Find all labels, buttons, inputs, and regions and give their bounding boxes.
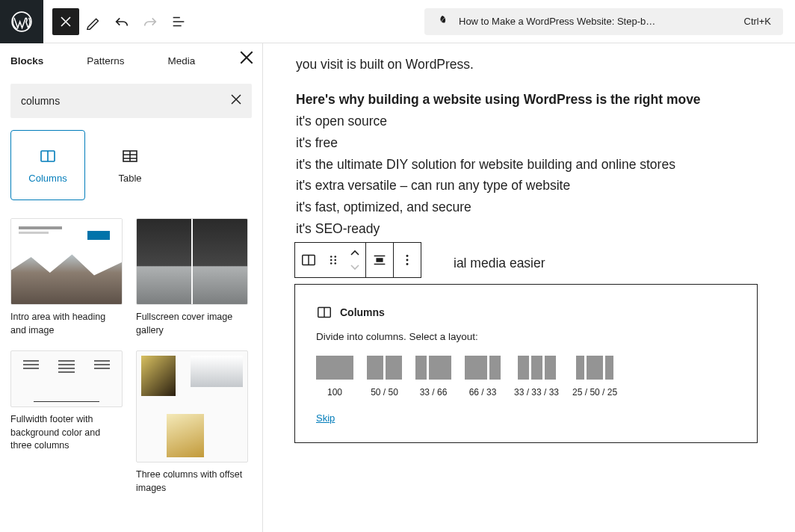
list-item[interactable]: it's fast, optimized, and secure [296, 197, 762, 218]
inserter-tabs: Blocks Patterns Media [0, 43, 262, 78]
layout-100[interactable]: 100 [316, 356, 353, 398]
redo-button[interactable] [136, 7, 164, 36]
list-item[interactable]: it's SEO-ready [296, 218, 762, 240]
pattern-caption: Fullscreen cover image gallery [136, 311, 248, 337]
wp-logo[interactable] [0, 0, 43, 43]
pattern-footer[interactable]: Fullwidth footer with background color a… [10, 350, 123, 495]
pattern-intro[interactable]: Intro area with heading and image [10, 218, 123, 337]
svg-rect-10 [376, 258, 383, 262]
block-inserter-panel: Blocks Patterns Media Columns Table Intr… [0, 43, 263, 532]
pattern-caption: Fullwidth footer with background color a… [10, 413, 123, 453]
placeholder-header: Columns [316, 304, 736, 321]
pattern-caption: Three columns with offset images [136, 468, 248, 495]
list-item[interactable]: it's the ultimate DIY solution for websi… [296, 154, 762, 176]
svg-point-13 [406, 263, 409, 265]
move-up-button[interactable] [350, 247, 360, 260]
layout-5050[interactable]: 50 / 50 [367, 356, 402, 398]
tools-button[interactable] [79, 7, 108, 36]
tab-patterns[interactable]: Patterns [85, 46, 126, 75]
pattern-offset[interactable]: Three columns with offset images [136, 350, 248, 495]
list[interactable]: it's open source it's free it's the ulti… [296, 111, 762, 240]
block-label: Columns [28, 173, 66, 184]
columns-icon [316, 304, 332, 321]
paragraph-bold[interactable]: Here's why building a website using Word… [296, 89, 762, 111]
layout-255025[interactable]: 25 / 50 / 25 [572, 356, 617, 398]
options-button[interactable] [394, 243, 421, 277]
document-overview-button[interactable] [164, 7, 193, 36]
block-label: Table [118, 173, 141, 184]
svg-point-6 [330, 259, 332, 262]
list-item[interactable]: it's free [296, 132, 762, 154]
block-type-button[interactable] [295, 243, 322, 277]
editor-topbar: How to Make a WordPress Website: Step-b…… [0, 0, 795, 43]
drag-handle[interactable] [322, 243, 344, 277]
search-input[interactable] [21, 95, 231, 107]
close-inserter-icon[interactable] [240, 51, 253, 67]
pattern-results: Intro area with heading and image Fullsc… [0, 215, 262, 517]
clear-search-icon[interactable] [231, 94, 241, 108]
layout-3366[interactable]: 33 / 66 [415, 356, 451, 398]
align-button[interactable] [366, 243, 393, 277]
block-mover [344, 243, 365, 277]
tab-blocks[interactable]: Blocks [9, 46, 45, 75]
editor-canvas: you visit is built on WordPress. Here's … [263, 43, 795, 532]
block-results: Columns Table [0, 130, 262, 215]
layout-6633[interactable]: 66 / 33 [465, 356, 501, 398]
block-table[interactable]: Table [93, 130, 167, 200]
leaf-icon [436, 14, 448, 28]
columns-placeholder: Columns Divide into columns. Select a la… [294, 284, 758, 443]
pattern-caption: Intro area with heading and image [10, 311, 123, 337]
block-toolbar [294, 242, 421, 278]
svg-point-12 [406, 259, 409, 262]
command-shortcut: Ctrl+K [744, 16, 771, 27]
move-down-button[interactable] [350, 260, 360, 273]
list-item[interactable]: it's open source [296, 111, 762, 132]
svg-point-11 [406, 255, 409, 257]
skip-link[interactable]: Skip [316, 412, 335, 424]
svg-point-9 [334, 262, 336, 265]
svg-point-7 [334, 259, 336, 262]
placeholder-title: Columns [340, 306, 385, 318]
paragraph[interactable]: you visit is built on WordPress. [296, 54, 762, 75]
toggle-inserter-button[interactable] [52, 8, 79, 35]
paragraph-fragment[interactable]: ial media easier [454, 253, 545, 274]
pattern-cover[interactable]: Fullscreen cover image gallery [136, 218, 248, 337]
svg-point-4 [330, 256, 332, 258]
list-item[interactable]: it's extra versatile – can run any type … [296, 175, 762, 197]
block-columns[interactable]: Columns [10, 130, 85, 200]
svg-point-8 [330, 262, 332, 265]
placeholder-instruction: Divide into columns. Select a layout: [316, 331, 736, 342]
tab-media[interactable]: Media [167, 46, 197, 75]
document-title: How to Make a WordPress Website: Step-b… [459, 16, 734, 27]
undo-button[interactable] [108, 7, 136, 36]
svg-point-5 [334, 256, 336, 258]
inserter-search[interactable] [10, 84, 252, 118]
document-bar[interactable]: How to Make a WordPress Website: Step-b…… [424, 8, 783, 35]
layout-333333[interactable]: 33 / 33 / 33 [514, 356, 559, 398]
layout-options: 100 50 / 50 33 / 66 66 / 33 33 / 33 / 33… [316, 356, 736, 398]
